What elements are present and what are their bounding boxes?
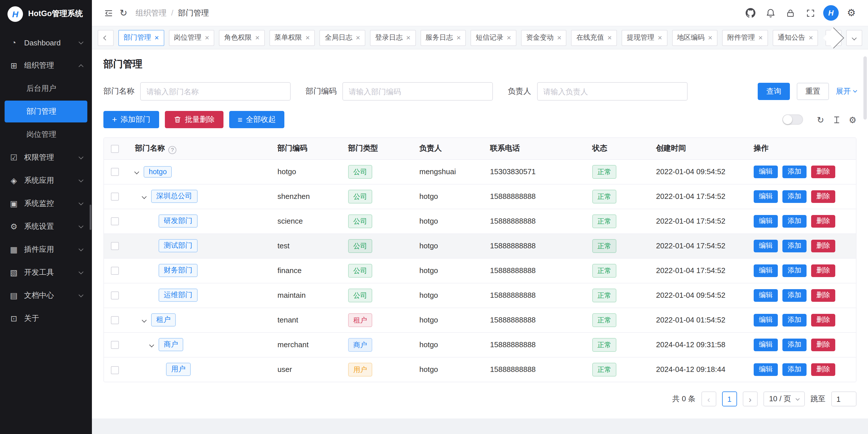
row-checkbox[interactable] [111, 267, 119, 275]
add-button[interactable]: 添加 [782, 314, 807, 326]
row-checkbox[interactable] [111, 341, 119, 349]
delete-button[interactable]: 删除 [811, 165, 835, 178]
lock-screen-icon[interactable] [783, 5, 798, 21]
close-icon[interactable]: × [205, 34, 209, 41]
close-icon[interactable]: × [557, 34, 561, 41]
github-icon[interactable] [743, 5, 758, 21]
fullscreen-icon[interactable] [803, 5, 818, 21]
close-icon[interactable]: × [708, 34, 712, 41]
sidebar-item-system-monitor[interactable]: ▣系统监控 [0, 192, 92, 215]
add-button[interactable]: 添加 [782, 289, 807, 301]
tab-post[interactable]: 岗位管理× [168, 30, 214, 46]
app-logo[interactable]: H HotGo管理系统 [0, 0, 92, 28]
add-button[interactable]: 添加 [782, 239, 807, 252]
prev-page-button[interactable]: ‹ [701, 392, 716, 406]
row-checkbox[interactable] [111, 366, 119, 374]
edit-button[interactable]: 编辑 [754, 264, 778, 277]
department-name-chip[interactable]: 财务部门 [159, 264, 197, 277]
add-button[interactable]: 添加 [782, 190, 807, 203]
delete-button[interactable]: 删除 [811, 314, 835, 326]
row-expand-icon[interactable] [142, 194, 147, 199]
sidebar-scrollbar-thumb[interactable] [90, 205, 91, 230]
sidebar-item-admin-user[interactable]: 后台用户 [0, 77, 92, 100]
add-button[interactable]: 添加 [782, 165, 807, 178]
tab-withdraw[interactable]: 提现管理× [622, 30, 667, 46]
tab-login-log[interactable]: 登录日志× [370, 30, 415, 46]
notification-bell-icon[interactable] [763, 5, 778, 21]
search-input-name[interactable] [140, 82, 291, 100]
delete-button[interactable]: 删除 [811, 338, 835, 351]
select-all-checkbox[interactable] [111, 145, 119, 153]
delete-button[interactable]: 删除 [811, 215, 835, 227]
row-expand-icon[interactable] [142, 318, 147, 322]
sidebar-item-system-app[interactable]: ◈系统应用 [0, 169, 92, 192]
row-checkbox[interactable] [111, 193, 119, 201]
menu-fold-icon[interactable] [101, 5, 116, 21]
main-scrollbar-thumb[interactable] [863, 56, 867, 120]
search-input-leader[interactable] [537, 82, 687, 100]
sidebar-item-organization[interactable]: ⊞组织管理 [0, 54, 92, 77]
current-page-button[interactable]: 1 [722, 392, 737, 406]
user-avatar[interactable]: H [823, 5, 839, 21]
close-icon[interactable]: × [406, 34, 410, 41]
close-icon[interactable]: × [608, 34, 612, 41]
tab-attachment[interactable]: 附件管理× [722, 30, 768, 46]
add-button[interactable]: 添加 [782, 363, 807, 376]
help-icon[interactable]: ? [168, 146, 176, 154]
edit-button[interactable]: 编辑 [754, 289, 778, 301]
delete-button[interactable]: 删除 [811, 264, 835, 277]
department-name-chip[interactable]: 研发部门 [159, 214, 197, 228]
delete-button[interactable]: 删除 [811, 289, 835, 301]
sidebar-item-dashboard[interactable]: ◔Dashboard [0, 31, 92, 54]
close-icon[interactable]: × [658, 34, 662, 41]
table-refresh-icon[interactable]: ↻ [817, 115, 824, 124]
row-checkbox[interactable] [111, 242, 119, 250]
collapse-all-button[interactable]: ≡ 全部收起 [229, 111, 284, 128]
sidebar-item-permission[interactable]: ☑权限管理 [0, 146, 92, 169]
delete-button[interactable]: 删除 [811, 363, 835, 376]
department-name-chip[interactable]: 商户 [159, 338, 183, 351]
department-name-chip[interactable]: 运维部门 [159, 289, 197, 302]
page-size-select[interactable]: 10 / 页 [763, 392, 805, 406]
tab-role[interactable]: 角色权限× [219, 30, 265, 46]
query-button[interactable]: 查询 [758, 83, 790, 100]
edit-button[interactable]: 编辑 [754, 239, 778, 252]
refresh-icon[interactable]: ↻ [116, 5, 131, 21]
add-button[interactable]: 添加 [782, 215, 807, 227]
edit-button[interactable]: 编辑 [754, 215, 778, 227]
reset-button[interactable]: 重置 [797, 83, 829, 100]
next-page-button[interactable]: › [742, 392, 757, 406]
tab-funds-change[interactable]: 资金变动× [521, 30, 567, 46]
row-expand-icon[interactable] [134, 169, 139, 174]
batch-delete-button[interactable]: 批量删除 [165, 111, 223, 128]
tab-service-log[interactable]: 服务日志× [420, 30, 466, 46]
delete-button[interactable]: 删除 [811, 190, 835, 203]
tab-department[interactable]: 部门管理× [118, 30, 164, 46]
tab-online-recharge[interactable]: 在线充值× [571, 30, 617, 46]
row-checkbox[interactable] [111, 168, 119, 176]
close-icon[interactable]: × [155, 34, 159, 41]
close-icon[interactable]: × [255, 34, 259, 41]
department-name-chip[interactable]: 用户 [166, 363, 191, 376]
breadcrumb-item[interactable]: 组织管理 [135, 8, 166, 18]
add-department-button[interactable]: + 添加部门 [103, 111, 159, 128]
tabs-scroll-right-button[interactable] [826, 30, 842, 46]
striped-toggle[interactable] [782, 114, 803, 125]
department-name-chip[interactable]: 深圳总公司 [151, 190, 197, 203]
department-name-chip[interactable]: hotgo [144, 166, 172, 177]
column-settings-icon[interactable]: ⚙ [849, 115, 857, 124]
add-button[interactable]: 添加 [782, 338, 807, 351]
close-icon[interactable]: × [456, 34, 461, 41]
search-input-code[interactable] [342, 82, 493, 100]
sidebar-item-system-setting[interactable]: ⚙系统设置 [0, 215, 92, 238]
row-checkbox[interactable] [111, 316, 119, 324]
tab-region-code[interactable]: 地区编码× [672, 30, 717, 46]
row-checkbox[interactable] [111, 218, 119, 226]
sidebar-item-dev-tools[interactable]: ▧开发工具 [0, 261, 92, 284]
delete-button[interactable]: 删除 [811, 239, 835, 252]
department-name-chip[interactable]: 测试部门 [159, 239, 197, 252]
sidebar-item-department[interactable]: 部门管理 [5, 100, 87, 122]
sidebar-item-post[interactable]: 岗位管理 [0, 123, 92, 146]
close-icon[interactable]: × [809, 34, 813, 41]
tabs-scroll-left-button[interactable] [98, 30, 114, 46]
